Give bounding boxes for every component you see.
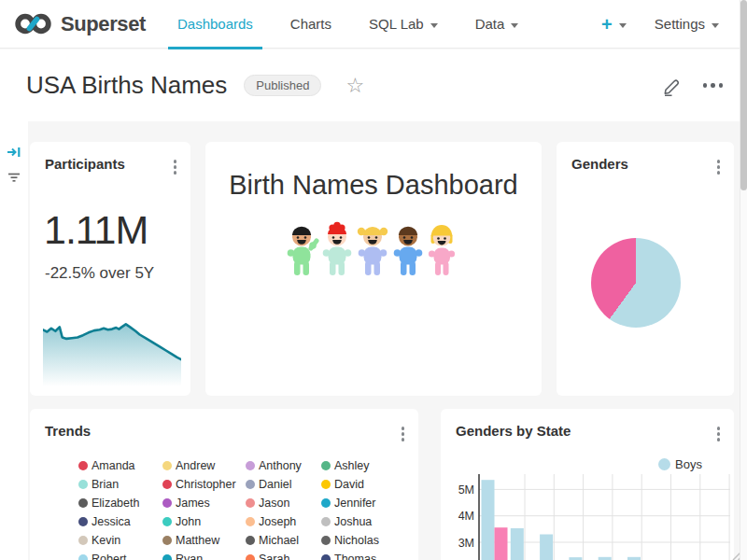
legend-label: Robert: [92, 553, 127, 560]
kebab-menu-icon[interactable]: [172, 158, 179, 176]
legend-label: Jennifer: [334, 497, 375, 510]
edit-pencil-icon[interactable]: [662, 76, 683, 96]
legend-item-ashley[interactable]: Ashley: [321, 459, 409, 472]
legend-label: Anthony: [259, 459, 302, 472]
filter-bar-collapsed: [0, 121, 28, 560]
nav-item-data[interactable]: Data: [457, 0, 538, 49]
legend-item-joseph[interactable]: Joseph: [246, 515, 321, 528]
markdown-heading: Birth Names Dashboard: [205, 170, 542, 201]
y-axis-tick: 5M: [458, 483, 474, 497]
participants-card: Participants 1.11M -22.5% over 5Y: [30, 142, 190, 396]
kebab-menu-icon[interactable]: [400, 425, 407, 443]
y-axis-tick: 3M: [458, 537, 474, 550]
legend-label: Christopher: [176, 478, 236, 491]
legend-swatch: [321, 554, 331, 560]
filter-list-icon[interactable]: [7, 170, 21, 185]
legend-item-michael[interactable]: Michael: [246, 534, 321, 547]
legend-item-kevin[interactable]: Kevin: [78, 534, 162, 547]
new-item-button[interactable]: +: [601, 15, 627, 34]
genders-pie-chart[interactable]: [591, 238, 681, 328]
legend-label: Andrew: [176, 459, 215, 472]
legend-item-anthony[interactable]: Anthony: [246, 459, 321, 472]
superset-infinity-icon: [13, 10, 54, 37]
genders-by-state-bar-chart: 5M4M3M: [441, 409, 734, 560]
legend-swatch: [162, 461, 172, 470]
sparkline-area: [43, 324, 181, 386]
nav-item-charts[interactable]: Charts: [272, 0, 350, 49]
published-badge[interactable]: Published: [244, 75, 321, 96]
chevron-down-icon: [619, 23, 627, 28]
legend-item-thomas[interactable]: Thomas: [321, 553, 409, 560]
legend-item-brian[interactable]: Brian: [78, 478, 162, 491]
legend-label: Joseph: [259, 515, 296, 528]
dashboard-header: USA Births Names Published ☆: [0, 49, 747, 121]
scrollbar-track[interactable]: [740, 0, 747, 560]
plus-icon: +: [601, 15, 613, 34]
legend-item-ryan[interactable]: Ryan: [162, 553, 246, 560]
nav-links: Dashboards Charts SQL Lab Data: [159, 0, 537, 49]
legend-swatch: [246, 517, 255, 526]
legend-label: Thomas: [334, 553, 376, 560]
legend-item-joshua[interactable]: Joshua: [321, 515, 409, 528]
legend-swatch: [162, 517, 172, 526]
legend-swatch: [78, 517, 88, 526]
legend-label: Jason: [259, 497, 289, 510]
legend-label: Ashley: [334, 459, 370, 472]
legend-swatch: [78, 498, 88, 508]
legend-item-sarah[interactable]: Sarah: [246, 553, 321, 560]
more-actions-icon[interactable]: [703, 83, 724, 88]
bar-girls[interactable]: [495, 527, 508, 560]
favorite-star-icon[interactable]: ☆: [345, 76, 364, 96]
legend-label: Elizabeth: [92, 497, 139, 510]
legend-item-nicholas[interactable]: Nicholas: [321, 534, 409, 547]
legend-label: Brian: [92, 478, 119, 491]
header-actions: [662, 76, 724, 96]
legend-item-david[interactable]: David: [321, 478, 409, 491]
legend-item-john[interactable]: John: [162, 515, 246, 528]
legend-swatch: [321, 536, 331, 545]
nav-item-sql-lab[interactable]: SQL Lab: [350, 0, 457, 49]
legend-swatch: [246, 498, 255, 508]
legend-label: James: [176, 497, 210, 510]
legend-item-daniel[interactable]: Daniel: [246, 478, 321, 491]
legend-item-amanda[interactable]: Amanda: [78, 459, 162, 472]
brand-name: Superset: [61, 12, 146, 36]
chart-title: Participants: [45, 156, 125, 172]
legend-item-robert[interactable]: Robert: [78, 553, 162, 560]
legend-item-jason[interactable]: Jason: [246, 497, 321, 510]
legend-swatch: [246, 536, 255, 545]
nav-item-dashboards[interactable]: Dashboards: [159, 0, 272, 49]
legend-item-jessica[interactable]: Jessica: [78, 515, 162, 528]
kebab-menu-icon[interactable]: [715, 158, 723, 176]
legend-item-elizabeth[interactable]: Elizabeth: [78, 497, 162, 510]
chevron-down-icon: [712, 23, 719, 28]
y-axis-tick: 4M: [458, 510, 474, 523]
legend-item-christopher[interactable]: Christopher: [162, 478, 246, 491]
legend-swatch: [162, 536, 172, 545]
legend-swatch: [321, 461, 331, 470]
legend-swatch: [78, 461, 88, 470]
genders-by-state-card: Genders by State Boys 5M4M3M: [441, 409, 734, 560]
markdown-card: Birth Names Dashboard: [205, 142, 542, 396]
legend-label: Matthew: [176, 534, 219, 547]
legend-item-andrew[interactable]: Andrew: [162, 459, 246, 472]
legend-item-matthew[interactable]: Matthew: [162, 534, 246, 547]
bar-boys[interactable]: [511, 528, 524, 560]
legend-swatch: [321, 498, 331, 508]
big-number-value: 1.11M: [44, 207, 148, 253]
legend-label: Ryan: [176, 553, 203, 560]
legend-item-jennifer[interactable]: Jennifer: [321, 497, 409, 510]
legend-swatch: [321, 517, 331, 526]
legend-label: John: [176, 515, 201, 528]
superset-logo[interactable]: Superset: [13, 10, 146, 37]
legend-swatch: [321, 480, 331, 489]
legend-label: Kevin: [92, 534, 120, 547]
big-number-subheader: -22.5% over 5Y: [45, 264, 154, 283]
bar-boys[interactable]: [540, 535, 553, 560]
settings-menu[interactable]: Settings: [655, 16, 719, 32]
legend-item-james[interactable]: James: [162, 497, 246, 510]
bar-boys[interactable]: [482, 480, 495, 560]
expand-filter-bar-icon[interactable]: [7, 145, 21, 160]
chart-title: Trends: [45, 423, 91, 439]
scrollbar-thumb[interactable]: [740, 0, 747, 190]
